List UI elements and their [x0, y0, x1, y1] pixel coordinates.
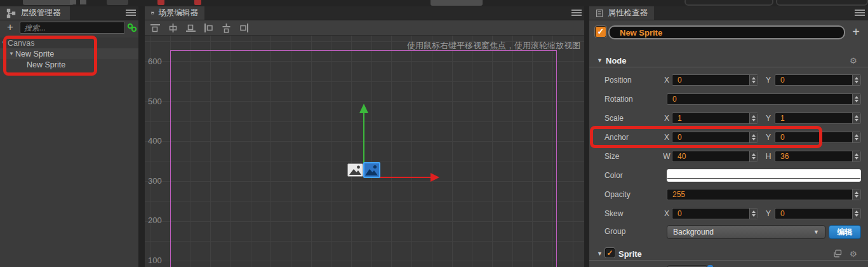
collapse-arrow-icon[interactable]: ▼	[8, 51, 15, 57]
ruler-label: 500	[148, 96, 162, 106]
color-label: Color	[604, 171, 665, 180]
sprite-enabled-checkbox[interactable]: ✓	[605, 248, 615, 257]
chevron-down-icon: ▼	[813, 229, 819, 235]
tab-hierarchy-label: 层级管理器	[21, 8, 61, 18]
stepper[interactable]	[852, 113, 860, 123]
toolbar-fragment	[107, 0, 128, 5]
hierarchy-menu-icon[interactable]	[126, 10, 136, 16]
node-section-header[interactable]: ▼ Node ⚙	[589, 55, 868, 66]
tree-item-new-sprite-child[interactable]: New Sprite	[0, 59, 138, 70]
stepper[interactable]	[749, 151, 758, 161]
tree-item-label: Canvas	[8, 39, 34, 48]
toolbar-fragment	[684, 0, 773, 6]
stepper[interactable]	[852, 151, 860, 161]
link-icon[interactable]	[127, 23, 137, 32]
search-input[interactable]	[20, 22, 125, 34]
scene-hint-text: 使用鼠标右键平移视窗焦点，使用滚轮缩放视图	[407, 40, 580, 51]
scale-label: Scale	[604, 114, 665, 123]
docs-icon[interactable]	[833, 249, 842, 257]
align-bottom-icon[interactable]	[185, 23, 196, 33]
group-label: Group	[604, 227, 665, 236]
scene-icon	[151, 8, 154, 18]
rotation-field[interactable]: 0	[667, 93, 861, 105]
sprite-section-title: Sprite	[618, 249, 642, 259]
align-right-icon[interactable]	[239, 23, 250, 33]
scene-menu-icon[interactable]	[571, 10, 582, 16]
ruler-label: 200	[148, 216, 162, 225]
skew-y-field[interactable]: 0	[775, 208, 861, 219]
stepper[interactable]	[852, 75, 860, 85]
tab-inspector[interactable]: 属性检查器	[589, 6, 654, 20]
gizmo-y-axis[interactable]	[363, 113, 364, 164]
scale-y-field[interactable]: 1	[775, 113, 861, 124]
toolbar-fragment	[776, 0, 868, 6]
skew-x-field[interactable]: 0	[672, 208, 758, 219]
position-y-field[interactable]: 0	[775, 74, 861, 86]
gear-icon[interactable]: ⚙	[850, 250, 857, 258]
sprite-node-selected-icon[interactable]	[363, 162, 380, 178]
inspector-menu-icon[interactable]	[855, 10, 865, 16]
align-horizontal-center-icon[interactable]	[221, 23, 232, 33]
collapse-arrow-icon[interactable]: ▼	[0, 40, 8, 46]
add-component-button[interactable]: +	[850, 25, 862, 38]
size-label: Size	[604, 152, 665, 161]
align-left-icon[interactable]	[203, 23, 214, 33]
ruler-label: 400	[148, 136, 162, 146]
tree-item-label: New Sprite	[27, 60, 65, 69]
sprite-node-icon[interactable]	[347, 163, 363, 177]
ruler-label: 600	[148, 57, 162, 66]
toolbar-red-icon	[194, 0, 201, 5]
ruler-label: 100	[148, 255, 162, 264]
stepper[interactable]	[749, 132, 758, 142]
tree-item-canvas[interactable]: ▼ Canvas	[0, 38, 138, 48]
gizmo-x-axis[interactable]	[378, 177, 431, 178]
opacity-field[interactable]: 255	[667, 189, 861, 200]
ruler-label: 300	[148, 175, 162, 185]
toolbar-fragment	[70, 0, 76, 4]
group-dropdown[interactable]: Background ▼	[667, 225, 825, 239]
align-top-icon[interactable]	[150, 23, 161, 33]
panel-splitter[interactable]	[138, 6, 145, 267]
color-swatch[interactable]	[667, 169, 861, 182]
toolbar-fragment	[431, 0, 483, 6]
size-w-field[interactable]: 40	[672, 151, 758, 162]
section-collapse-icon[interactable]: ▼	[597, 250, 603, 257]
stepper[interactable]	[852, 132, 860, 142]
anchor-y-field[interactable]: 0	[775, 132, 861, 143]
hierarchy-icon	[6, 8, 17, 18]
anchor-x-field[interactable]: 0	[672, 132, 758, 143]
tab-scene[interactable]: 场景编辑器	[145, 6, 204, 20]
size-h-field[interactable]: 36	[775, 151, 861, 162]
sprite-section-header[interactable]: ▼ ✓ Sprite ⚙	[589, 248, 868, 259]
stepper[interactable]	[852, 94, 860, 104]
add-node-button[interactable]: +	[5, 22, 15, 32]
panel-splitter[interactable]	[584, 6, 589, 267]
tree-item-new-sprite[interactable]: ▼ New Sprite	[0, 48, 138, 59]
align-vertical-center-icon[interactable]	[168, 23, 178, 33]
size-w-key: W	[662, 152, 671, 161]
tree-item-label: New Sprite	[15, 50, 54, 58]
stepper[interactable]	[749, 75, 758, 85]
stepper[interactable]	[749, 209, 758, 219]
section-collapse-icon[interactable]: ▼	[597, 57, 603, 64]
gizmo-y-arrow-icon[interactable]	[359, 104, 368, 113]
stepper[interactable]	[852, 189, 860, 200]
anchor-x-key: X	[662, 133, 671, 142]
stepper[interactable]	[749, 113, 758, 123]
stepper[interactable]	[852, 209, 860, 219]
divider	[589, 67, 868, 67]
position-x-field[interactable]: 0	[672, 74, 758, 86]
node-name-input[interactable]	[608, 25, 845, 39]
node-active-checkbox[interactable]: ✓	[595, 26, 606, 38]
inspector-panel: 属性检查器 ✓ + ▼ Node ⚙ Position X 0 Y 0 Rota…	[589, 6, 868, 267]
gear-icon[interactable]: ⚙	[850, 57, 857, 65]
scene-viewport[interactable]: 使用鼠标右键平移视窗焦点，使用滚轮缩放视图 600 500 400 300 20…	[145, 36, 584, 267]
scale-x-field[interactable]: 1	[672, 113, 758, 124]
size-h-key: H	[764, 152, 773, 161]
position-x-key: X	[662, 76, 671, 85]
skew-y-key: Y	[764, 209, 773, 218]
opacity-label: Opacity	[604, 190, 665, 199]
group-edit-button[interactable]: 编辑	[829, 225, 861, 239]
tab-hierarchy[interactable]: 层级管理器	[0, 6, 70, 20]
gizmo-x-arrow-icon[interactable]	[431, 173, 439, 182]
